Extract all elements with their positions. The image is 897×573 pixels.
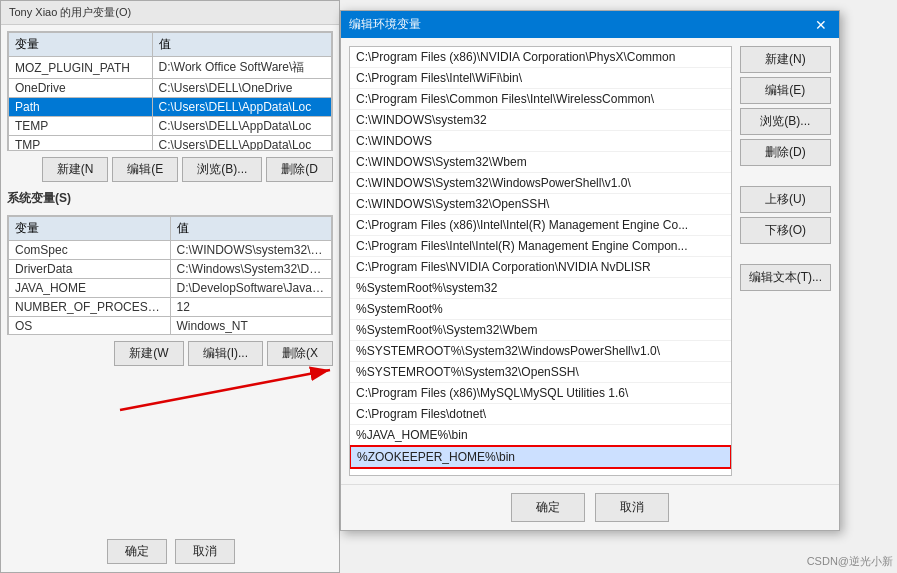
user-edit-btn[interactable]: 编辑(E	[112, 157, 178, 182]
path-list-item[interactable]: C:\Program Files\NVIDIA Corporation\NVID…	[350, 257, 731, 278]
user-var-row[interactable]: PathC:\Users\DELL\AppData\Loc	[9, 98, 332, 117]
dialog-delete-btn[interactable]: 删除(D)	[740, 139, 831, 166]
env-panel-bottom-btns: 确定 取消	[1, 539, 341, 564]
user-var-value: C:\Users\DELL\AppData\Loc	[152, 136, 332, 152]
user-var-value: C:\Users\DELL\AppData\Loc	[152, 98, 332, 117]
user-delete-btn[interactable]: 删除(D	[266, 157, 333, 182]
user-browse-btn[interactable]: 浏览(B)...	[182, 157, 262, 182]
path-list-item[interactable]: C:\Program Files (x86)\MySQL\MySQL Utili…	[350, 383, 731, 404]
user-var-name: OneDrive	[9, 79, 153, 98]
user-vars-table: 变量 值 MOZ_PLUGIN_PATHD:\Work Office SoftW…	[8, 32, 332, 151]
dialog-edit-btn[interactable]: 编辑(E)	[740, 77, 831, 104]
user-vars-col-name: 变量	[9, 33, 153, 57]
path-list-item[interactable]: C:\WINDOWS\System32\OpenSSH\	[350, 194, 731, 215]
sys-var-value: C:\WINDOWS\system32\cmd	[170, 241, 332, 260]
env-ok-btn[interactable]: 确定	[107, 539, 167, 564]
user-var-row[interactable]: TMPC:\Users\DELL\AppData\Loc	[9, 136, 332, 152]
sys-var-value: C:\Windows\System32\Drive	[170, 260, 332, 279]
sys-var-name: DriverData	[9, 260, 171, 279]
path-list-item[interactable]: C:\Program Files\dotnet\	[350, 404, 731, 425]
user-new-btn[interactable]: 新建(N	[42, 157, 109, 182]
path-list-item[interactable]: C:\Program Files (x86)\NVIDIA Corporatio…	[350, 47, 731, 68]
dialog-edittext-btn[interactable]: 编辑文本(T)...	[740, 264, 831, 291]
user-var-value: D:\Work Office SoftWare\福	[152, 57, 332, 79]
path-list-item[interactable]: C:\WINDOWS\system32	[350, 110, 731, 131]
dialog-cancel-btn[interactable]: 取消	[595, 493, 669, 522]
path-list-item[interactable]: %SYSTEMROOT%\System32\OpenSSH\	[350, 362, 731, 383]
sys-var-value: D:\DevelopSoftware\JavaRun	[170, 279, 332, 298]
path-list-item[interactable]: C:\WINDOWS\System32\Wbem	[350, 152, 731, 173]
path-list-item[interactable]: %ZOOKEEPER_HOME%\bin	[350, 446, 731, 468]
sys-vars-label: 系统变量(S)	[1, 186, 339, 209]
dialog-body: C:\Program Files (x86)\NVIDIA Corporatio…	[341, 38, 839, 484]
path-list-item[interactable]: C:\Program Files\Intel\WiFi\bin\	[350, 68, 731, 89]
env-panel-title: Tony Xiao 的用户变量(O)	[1, 1, 339, 25]
path-list-item[interactable]: C:\WINDOWS	[350, 131, 731, 152]
user-vars-btn-row: 新建(N 编辑(E 浏览(B)... 删除(D	[1, 153, 339, 186]
dialog-btn-col: 新建(N) 编辑(E) 浏览(B)... 删除(D) 上移(U) 下移(O) 编…	[740, 46, 831, 476]
user-var-name: TEMP	[9, 117, 153, 136]
sys-var-row[interactable]: NUMBER_OF_PROCESSORS12	[9, 298, 332, 317]
sys-delete-btn[interactable]: 删除(X	[267, 341, 333, 366]
path-list-item[interactable]: %SystemRoot%\system32	[350, 278, 731, 299]
path-list-item[interactable]: C:\WINDOWS\System32\WindowsPowerShell\v1…	[350, 173, 731, 194]
sys-var-name: JAVA_HOME	[9, 279, 171, 298]
sys-vars-col-value: 值	[170, 217, 332, 241]
path-list-item[interactable]: %SystemRoot%\System32\Wbem	[350, 320, 731, 341]
user-var-name: TMP	[9, 136, 153, 152]
env-panel: Tony Xiao 的用户变量(O) 变量 值 MOZ_PLUGIN_PATHD…	[0, 0, 340, 573]
user-vars-section: 变量 值 MOZ_PLUGIN_PATHD:\Work Office SoftW…	[7, 31, 333, 151]
sys-var-name: NUMBER_OF_PROCESSORS	[9, 298, 171, 317]
sys-vars-btn-row: 新建(W 编辑(I)... 删除(X	[1, 337, 339, 370]
path-list-item[interactable]: %SystemRoot%	[350, 299, 731, 320]
sys-vars-table: 变量 值 ComSpecC:\WINDOWS\system32\cmdDrive…	[8, 216, 332, 335]
user-var-row[interactable]: OneDriveC:\Users\DELL\OneDrive	[9, 79, 332, 98]
sys-var-value: 12	[170, 298, 332, 317]
dialog-titlebar: 编辑环境变量 ✕	[341, 11, 839, 38]
sys-var-value: Windows_NT	[170, 317, 332, 336]
path-list[interactable]: C:\Program Files (x86)\NVIDIA Corporatio…	[349, 46, 732, 476]
user-var-value: C:\Users\DELL\OneDrive	[152, 79, 332, 98]
dialog-moveup-btn[interactable]: 上移(U)	[740, 186, 831, 213]
user-vars-scroll[interactable]: 变量 值 MOZ_PLUGIN_PATHD:\Work Office SoftW…	[7, 31, 333, 151]
sys-var-row[interactable]: JAVA_HOMED:\DevelopSoftware\JavaRun	[9, 279, 332, 298]
path-list-item[interactable]: C:\Program Files (x86)\Intel\Intel(R) Ma…	[350, 215, 731, 236]
env-cancel-btn[interactable]: 取消	[175, 539, 235, 564]
watermark: CSDN@逆光小新	[807, 554, 893, 569]
path-list-item[interactable]: %SYSTEMROOT%\System32\WindowsPowerShell\…	[350, 341, 731, 362]
sys-var-name: OS	[9, 317, 171, 336]
dialog-footer: 确定 取消	[341, 484, 839, 530]
path-list-item[interactable]: C:\Program Files\Common Files\Intel\Wire…	[350, 89, 731, 110]
user-var-value: C:\Users\DELL\AppData\Loc	[152, 117, 332, 136]
dialog-movedown-btn[interactable]: 下移(O)	[740, 217, 831, 244]
sys-vars-scroll[interactable]: 变量 值 ComSpecC:\WINDOWS\system32\cmdDrive…	[7, 215, 333, 335]
sys-var-row[interactable]: OSWindows_NT	[9, 317, 332, 336]
user-var-name: Path	[9, 98, 153, 117]
dialog-title: 编辑环境变量	[349, 16, 421, 33]
path-list-item[interactable]: C:\Program Files\Intel\Intel(R) Manageme…	[350, 236, 731, 257]
dialog-new-btn[interactable]: 新建(N)	[740, 46, 831, 73]
edit-dialog: 编辑环境变量 ✕ C:\Program Files (x86)\NVIDIA C…	[340, 10, 840, 531]
user-vars-col-value: 值	[152, 33, 332, 57]
user-var-row[interactable]: TEMPC:\Users\DELL\AppData\Loc	[9, 117, 332, 136]
dialog-close-btn[interactable]: ✕	[811, 17, 831, 33]
dialog-browse-btn[interactable]: 浏览(B)...	[740, 108, 831, 135]
sys-new-btn[interactable]: 新建(W	[114, 341, 183, 366]
path-list-item[interactable]: %JAVA_HOME%\bin	[350, 425, 731, 446]
sys-var-row[interactable]: ComSpecC:\WINDOWS\system32\cmd	[9, 241, 332, 260]
user-var-name: MOZ_PLUGIN_PATH	[9, 57, 153, 79]
sys-var-row[interactable]: DriverDataC:\Windows\System32\Drive	[9, 260, 332, 279]
sys-edit-btn[interactable]: 编辑(I)...	[188, 341, 263, 366]
dialog-ok-btn[interactable]: 确定	[511, 493, 585, 522]
sys-vars-col-name: 变量	[9, 217, 171, 241]
sys-var-name: ComSpec	[9, 241, 171, 260]
user-var-row[interactable]: MOZ_PLUGIN_PATHD:\Work Office SoftWare\福	[9, 57, 332, 79]
sys-vars-section: 变量 值 ComSpecC:\WINDOWS\system32\cmdDrive…	[7, 215, 333, 335]
